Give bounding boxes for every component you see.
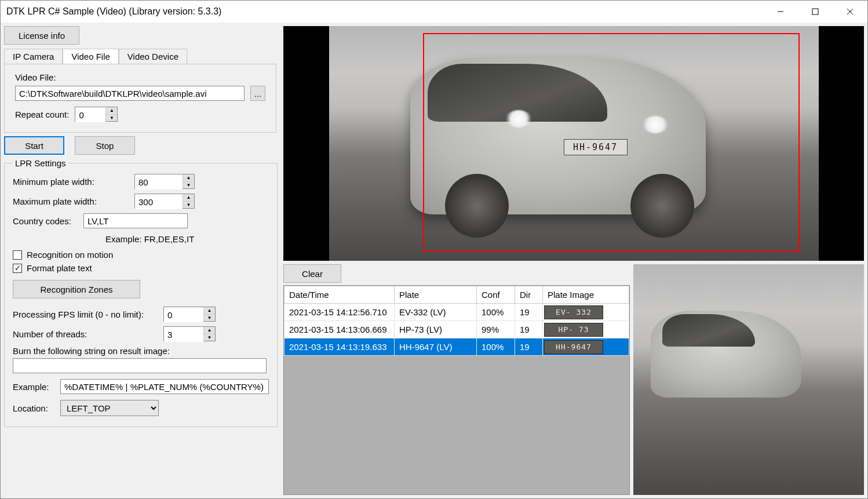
spinner-down-icon[interactable]: ▼ <box>183 202 194 209</box>
min-plate-width-label: Minimum plate width: <box>13 177 129 187</box>
spinner-up-icon[interactable]: ▲ <box>183 174 194 182</box>
min-plate-width-spinner[interactable]: ▲▼ <box>134 174 195 189</box>
results-area: Clear Date/Time Plate Conf <box>283 264 630 495</box>
country-codes-input[interactable] <box>83 213 188 228</box>
app-window: DTK LPR C# Sample (Video) (Library versi… <box>0 0 868 499</box>
location-select[interactable]: LEFT_TOP <box>60 400 159 416</box>
col-plate-image[interactable]: Plate Image <box>543 286 629 304</box>
roi-rectangle <box>423 33 800 252</box>
close-button[interactable] <box>833 1 867 23</box>
video-preview: HH-9647 <box>283 26 864 261</box>
fps-limit-input[interactable] <box>164 307 203 322</box>
source-tabs: IP Camera Video File Video Device <box>4 49 276 64</box>
recognition-zones-button[interactable]: Recognition Zones <box>13 280 140 298</box>
results-grid[interactable]: Date/Time Plate Conf Dir Plate Image 202… <box>283 285 630 495</box>
burn-string-label: Burn the following string on result imag… <box>13 346 269 356</box>
window-controls <box>763 1 867 23</box>
col-datetime[interactable]: Date/Time <box>285 286 395 304</box>
titlebar: DTK LPR C# Sample (Video) (Library versi… <box>1 1 867 23</box>
spinner-up-icon[interactable]: ▲ <box>106 107 117 115</box>
col-plate[interactable]: Plate <box>395 286 477 304</box>
spinner-up-icon[interactable]: ▲ <box>204 327 215 334</box>
col-dir[interactable]: Dir <box>515 286 543 304</box>
fps-limit-spinner[interactable]: ▲▼ <box>163 307 216 322</box>
threads-spinner[interactable]: ▲▼ <box>163 326 216 341</box>
maximize-button[interactable] <box>798 1 833 23</box>
repeat-count-spinner[interactable]: ▲▼ <box>75 107 118 122</box>
plate-thumb: EV- 332 <box>544 305 603 319</box>
plate-thumb: HH-9647 <box>544 340 603 354</box>
table-row[interactable]: 2021-03-15 14:12:56.710 EV-332 (LV) 100%… <box>285 304 629 321</box>
spinner-down-icon[interactable]: ▼ <box>106 115 117 122</box>
spinner-down-icon[interactable]: ▼ <box>204 334 215 341</box>
video-file-label: Video File: <box>15 72 265 82</box>
plate-thumb: HP- 73 <box>544 323 603 337</box>
window-title: DTK LPR C# Sample (Video) (Library versi… <box>6 6 763 17</box>
tab-video-file[interactable]: Video File <box>63 49 118 64</box>
spinner-up-icon[interactable]: ▲ <box>204 307 215 315</box>
threads-input[interactable] <box>164 327 203 342</box>
browse-button[interactable]: ... <box>250 86 265 101</box>
license-info-button[interactable]: License info <box>4 26 79 45</box>
lpr-settings-legend: LPR Settings <box>13 158 68 168</box>
location-label: Location: <box>13 403 54 413</box>
ellipsis-icon: ... <box>254 89 262 99</box>
example-label: Example: <box>13 382 54 392</box>
burn-string-input[interactable] <box>13 358 267 373</box>
table-row[interactable]: 2021-03-15 14:13:19.633 HH-9647 (LV) 100… <box>285 338 629 356</box>
recognition-on-motion-label: Recognition on motion <box>27 250 113 260</box>
max-plate-width-spinner[interactable]: ▲▼ <box>134 194 195 209</box>
video-file-input[interactable] <box>15 86 245 101</box>
repeat-count-label: Repeat count: <box>15 110 69 119</box>
left-pane: License info IP Camera Video File Video … <box>4 26 276 495</box>
max-plate-width-input[interactable] <box>135 194 183 209</box>
video-frame: HH-9647 <box>329 26 819 261</box>
tab-ip-camera[interactable]: IP Camera <box>4 49 63 64</box>
repeat-count-input[interactable] <box>75 107 105 122</box>
start-button[interactable]: Start <box>4 136 64 155</box>
example-input[interactable] <box>60 379 269 394</box>
minimize-icon <box>777 8 784 15</box>
minimize-button[interactable] <box>763 1 798 23</box>
stop-button[interactable]: Stop <box>75 136 135 155</box>
spinner-down-icon[interactable]: ▼ <box>204 315 215 322</box>
table-row[interactable]: 2021-03-15 14:13:06.669 HP-73 (LV) 99% 1… <box>285 321 629 338</box>
snapshot-preview <box>633 264 864 495</box>
right-pane: HH-9647 Clear <box>283 26 864 495</box>
lpr-settings-group: LPR Settings Minimum plate width: ▲▼ Max… <box>4 158 278 427</box>
format-plate-text-label: Format plate text <box>27 263 92 273</box>
country-codes-label: Country codes: <box>13 216 78 226</box>
spinner-up-icon[interactable]: ▲ <box>183 194 194 202</box>
tab-video-device[interactable]: Video Device <box>119 49 187 64</box>
format-plate-text-checkbox[interactable] <box>13 264 22 273</box>
maximize-icon <box>812 8 819 15</box>
recognition-on-motion-checkbox[interactable] <box>13 250 22 260</box>
clear-button[interactable]: Clear <box>283 264 341 283</box>
svg-rect-1 <box>812 9 818 14</box>
country-codes-example: Example: FR,DE,ES,IT <box>105 234 269 244</box>
spinner-down-icon[interactable]: ▼ <box>183 182 194 189</box>
threads-label: Number of threads: <box>13 329 158 339</box>
col-conf[interactable]: Conf <box>477 286 515 304</box>
close-icon <box>847 8 854 15</box>
fps-limit-label: Processing FPS limit (0 - no limit): <box>13 309 158 319</box>
max-plate-width-label: Maximum plate width: <box>13 196 129 206</box>
client-area: License info IP Camera Video File Video … <box>1 23 867 498</box>
min-plate-width-input[interactable] <box>135 174 183 190</box>
